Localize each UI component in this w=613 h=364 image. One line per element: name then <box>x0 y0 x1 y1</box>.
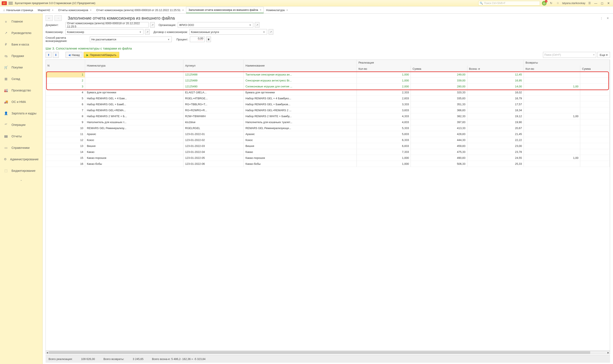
cell-rqty[interactable] <box>524 125 580 131</box>
cell-qty[interactable]: 2,833 <box>357 95 411 101</box>
cell-rew[interactable]: 19,90 <box>467 119 524 125</box>
table-row[interactable]: 15Какао-порошок123-01-2022-05Какао-порош… <box>46 155 610 161</box>
cell-idx[interactable]: 11 <box>46 131 85 137</box>
cell-sum[interactable]: 444,33 <box>411 137 467 143</box>
cell-nom[interactable]: Кокос <box>85 137 183 143</box>
th-ret-sum[interactable]: Сумма <box>580 66 610 72</box>
cell-rqty[interactable] <box>524 101 580 107</box>
cell-idx[interactable]: 14 <box>46 149 85 155</box>
sidebar-item[interactable]: 🚚ОС и НМА <box>0 96 42 108</box>
cell-name[interactable]: Какао-порошок <box>244 155 357 161</box>
cell-rsum[interactable] <box>580 155 610 161</box>
cell-rsum[interactable] <box>580 137 610 143</box>
open-organization-button[interactable]: ↗ <box>255 22 259 28</box>
cell-idx[interactable]: 3 <box>46 84 85 90</box>
cell-art[interactable]: 123-01-2022-03 <box>183 143 244 149</box>
cell-rqty[interactable] <box>524 143 580 149</box>
cell-sum[interactable]: 475,33 <box>411 149 467 155</box>
cell-qty[interactable]: 1,000 <box>357 78 411 84</box>
cell-rqty[interactable]: 1,00 <box>524 113 580 119</box>
th-realization[interactable]: Реализация <box>357 60 524 66</box>
sidebar-item[interactable]: 🛒Покупки <box>0 62 42 73</box>
cell-sum[interactable]: 506,33 <box>411 161 467 167</box>
sidebar-item[interactable]: ⚙Администрирование <box>0 154 42 165</box>
sidebar-item[interactable]: 🛍Продажи <box>0 50 42 62</box>
chevron-down-icon[interactable]: ▾ <box>249 23 252 26</box>
sidebar-item[interactable]: ₽Банк и касса <box>0 39 42 50</box>
table-row[interactable]: 12Кокос123-01-2022-02Кокос6,333444,3322,… <box>46 137 610 143</box>
move-up-button[interactable]: ⬆ <box>46 52 52 58</box>
close-icon[interactable]: × <box>90 9 92 12</box>
nav-forward-button[interactable]: → <box>54 15 62 21</box>
cell-rsum[interactable] <box>580 72 610 78</box>
cell-sum[interactable]: 339,00 <box>411 78 467 84</box>
cell-rsum[interactable] <box>580 95 610 101</box>
cell-name[interactable]: REMARS GEL Реминерализующи... <box>244 125 357 131</box>
open-document-button[interactable]: ↗ <box>150 22 155 28</box>
cell-nom[interactable]: Вишня <box>85 143 183 149</box>
favorites-button[interactable]: ☆ <box>555 1 560 6</box>
cell-idx[interactable]: 6 <box>46 101 85 107</box>
table-row[interactable]: 112125488Тактильная сенсорная игрушка ан… <box>46 72 610 78</box>
clear-icon[interactable]: × <box>593 53 595 56</box>
cell-nom[interactable]: Какао-порошок <box>85 155 183 161</box>
cell-rqty[interactable]: 1,00 <box>524 84 580 90</box>
table-row[interactable]: 8Набор REMARS 2 WHITE + Б...R2W+TBWHWHНа… <box>46 113 610 119</box>
cell-name[interactable]: Наполнитель для кошачьих туалет... <box>244 119 357 125</box>
username-label[interactable]: tatyana.starikovskay <box>562 2 585 5</box>
cell-nom[interactable]: REMARS GEL Реминерализу... <box>85 125 183 131</box>
transfer-close-button[interactable]: ▶ПеренестиИЗакрыть <box>84 52 119 58</box>
cell-name[interactable]: Арахис <box>244 131 357 137</box>
cell-rew[interactable]: 16,79 <box>467 95 524 101</box>
sidebar-item[interactable]: ▦Склад <box>0 73 42 85</box>
th-returns[interactable]: Возвраты <box>524 60 610 66</box>
cell-rew[interactable]: 12,45 <box>467 72 524 78</box>
sidebar-item[interactable]: ⬚Бюджетирование <box>0 165 42 176</box>
cell-idx[interactable]: 2 <box>46 78 85 84</box>
cell-idx[interactable]: 15 <box>46 155 85 161</box>
cell-idx[interactable]: 7 <box>46 107 85 113</box>
cell-qty[interactable]: 3,333 <box>357 101 411 107</box>
cell-rqty[interactable] <box>524 149 580 155</box>
cell-art[interactable]: 123-01-2022-06 <box>183 161 244 167</box>
cell-name[interactable]: Какао <box>244 149 357 155</box>
cell-nom[interactable]: Арахис <box>85 131 183 137</box>
cell-rew[interactable]: 23,00 <box>467 143 524 149</box>
cell-rew[interactable]: 24,55 <box>467 155 524 161</box>
cell-art[interactable]: 123-01-2022-05 <box>183 155 244 161</box>
cell-art[interactable]: RGEL+4TBRGE... <box>183 95 244 101</box>
table-row[interactable]: 13Вишня123-01-2022-03Вишня6,833459,8323,… <box>46 143 610 149</box>
th-ret-qty[interactable]: Кол-во <box>524 66 580 72</box>
cell-rsum[interactable] <box>580 119 610 125</box>
history-button[interactable]: ↻ <box>548 1 554 6</box>
cell-sum[interactable]: 280,00 <box>411 84 467 90</box>
cell-name[interactable]: Набор REMARS GEL + Бамбуков... <box>244 101 357 107</box>
cell-qty[interactable]: 4,833 <box>357 119 411 125</box>
sidebar-more[interactable]: ⌄ <box>0 176 42 183</box>
chevron-down-icon[interactable]: ▾ <box>262 30 266 34</box>
horizontal-scrollbar[interactable]: ◀ ▶ <box>46 351 610 354</box>
field-organization[interactable]: ФРИЗ ООО▾ <box>178 22 253 28</box>
tab[interactable]: ⌂Начальная страница <box>1 7 35 13</box>
cell-rsum[interactable] <box>580 125 610 131</box>
cell-name[interactable]: Тактильная сенсорная игрушка ан... <box>244 72 357 78</box>
close-icon[interactable]: × <box>52 9 54 12</box>
cell-rew[interactable]: 16,02 <box>467 90 524 95</box>
close-icon[interactable]: × <box>182 9 184 12</box>
cell-nom[interactable]: Набор REMARS GEL + Бамб... <box>85 101 183 107</box>
cell-qty[interactable]: 2,333 <box>357 90 411 95</box>
cell-idx[interactable]: 12 <box>46 137 85 143</box>
cell-nom[interactable]: Наполнитель для кошачьих т... <box>85 119 183 125</box>
cell-idx[interactable]: 1 <box>46 72 85 78</box>
cell-nom[interactable]: Набор REMARS GEL+REMA... <box>85 107 183 113</box>
cell-idx[interactable]: 16 <box>46 161 85 167</box>
cell-rqty[interactable] <box>524 119 580 125</box>
cell-qty[interactable]: 7,333 <box>357 149 411 155</box>
cell-rsum[interactable] <box>580 149 610 155</box>
th-nomenclature[interactable]: Номенклатура <box>85 60 183 72</box>
sidebar-item[interactable]: ≡Главное <box>0 16 42 27</box>
cell-rqty[interactable] <box>524 78 580 84</box>
cell-rqty[interactable] <box>524 95 580 101</box>
th-n[interactable]: N <box>46 60 85 72</box>
cell-art[interactable]: ELA027-18ELA... <box>183 90 244 95</box>
